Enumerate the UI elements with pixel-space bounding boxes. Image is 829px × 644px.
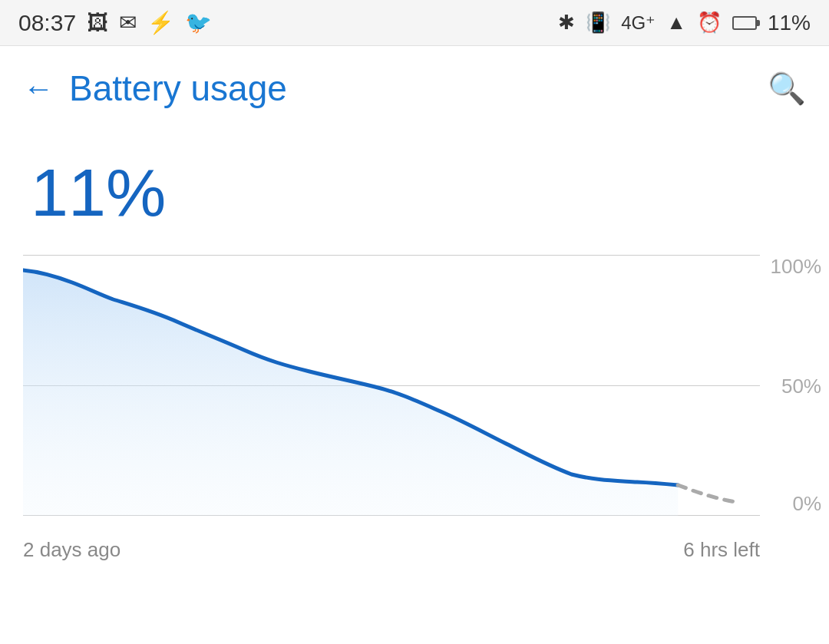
app-bar-left: ← Battery usage <box>23 68 287 109</box>
vibrate-icon: 📳 <box>586 11 610 35</box>
battery-percent-large: 11% <box>31 154 166 230</box>
chart-container: 100% 50% 0% <box>0 255 829 562</box>
search-button[interactable]: 🔍 <box>768 71 806 107</box>
status-left: 08:37 🖼 ✉ ⚡ 🐦 <box>18 10 212 36</box>
chart-area: 100% 50% 0% <box>23 255 760 516</box>
x-label-right: 6 hrs left <box>683 538 760 562</box>
image-icon: 🖼 <box>87 10 108 35</box>
battery-chart-svg <box>23 255 760 516</box>
x-labels: 2 days ago 6 hrs left <box>23 523 760 562</box>
back-button[interactable]: ← <box>23 71 54 106</box>
battery-percent-section: 11% <box>0 130 829 239</box>
twitter-icon: 🐦 <box>185 10 212 35</box>
chart-section: 100% 50% 0% <box>0 239 829 562</box>
x-label-left: 2 days ago <box>23 538 121 562</box>
app-bar: ← Battery usage 🔍 <box>0 46 829 130</box>
status-bar: 08:37 🖼 ✉ ⚡ 🐦 ✱ 📳 4G⁺ ▲ ⏰ 11% <box>0 0 829 46</box>
status-right: ✱ 📳 4G⁺ ▲ ⏰ 11% <box>558 11 811 35</box>
bolt-icon: ⚡ <box>147 10 174 35</box>
y-label-0: 0% <box>792 492 821 516</box>
y-label-100: 100% <box>771 255 822 279</box>
network-icon: 4G⁺ <box>621 12 656 34</box>
signal-icon: ▲ <box>666 11 686 35</box>
alarm-icon: ⏰ <box>697 11 722 35</box>
bluetooth-icon: ✱ <box>558 11 575 35</box>
status-time: 08:37 <box>18 10 76 36</box>
battery-icon <box>732 16 757 30</box>
mail-icon: ✉ <box>119 10 137 35</box>
battery-percent-status: 11% <box>768 11 811 35</box>
y-label-50: 50% <box>781 374 821 398</box>
page-title: Battery usage <box>69 68 287 109</box>
